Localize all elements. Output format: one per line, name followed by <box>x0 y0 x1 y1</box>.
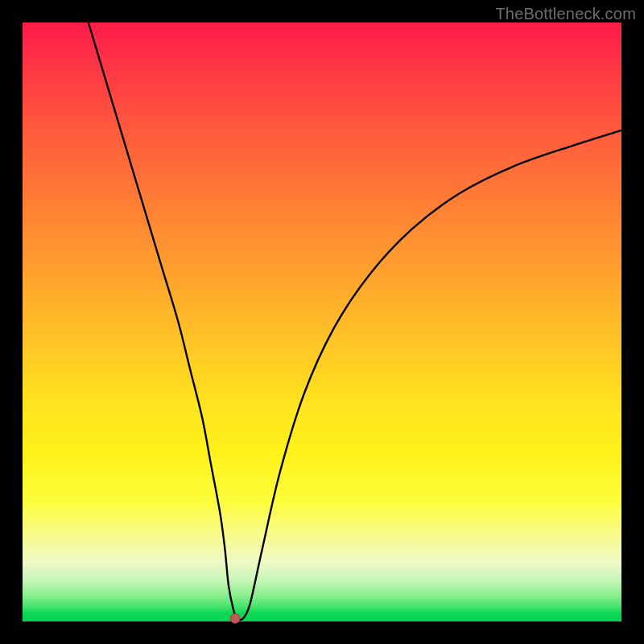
minimum-marker <box>230 613 240 623</box>
watermark-text: TheBottleneck.com <box>495 5 636 23</box>
bottleneck-curve <box>89 23 621 620</box>
curve-svg <box>23 23 621 621</box>
chart-frame: TheBottleneck.com <box>0 0 644 644</box>
plot-area <box>23 23 621 621</box>
